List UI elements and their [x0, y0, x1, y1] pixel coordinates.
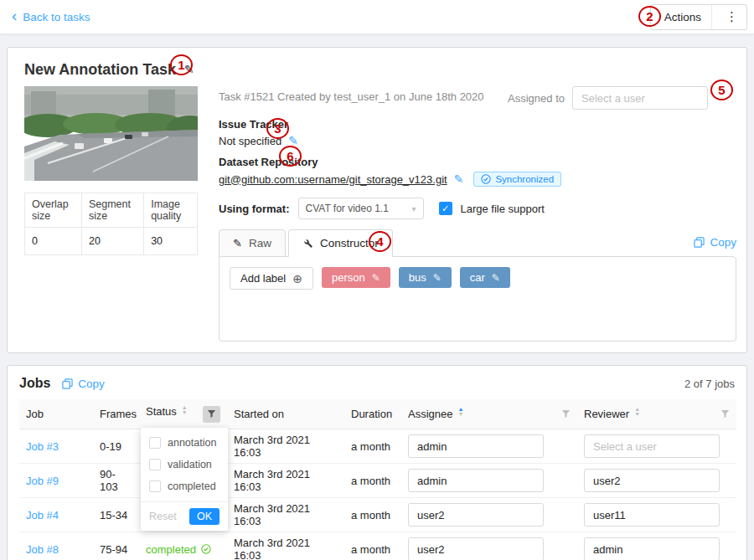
funnel-icon: [207, 409, 216, 419]
label-tag-person[interactable]: person ✎: [322, 267, 390, 288]
back-to-tasks-label: Back to tasks: [23, 11, 90, 23]
task-params-table: Overlap size Segment size Image quality …: [24, 193, 198, 255]
column-assignee[interactable]: Assignee: [408, 408, 452, 420]
reviewer-input[interactable]: [584, 434, 720, 458]
funnel-icon: [720, 409, 730, 419]
label-tag-car-name: car: [470, 271, 485, 284]
edit-label-icon[interactable]: ✎: [492, 272, 500, 284]
actions-button[interactable]: Actions ⋮: [650, 4, 747, 30]
issue-tracker-label: Issue Tracker: [219, 118, 736, 131]
more-vertical-icon[interactable]: ⋮: [722, 9, 741, 24]
checkbox-unchecked[interactable]: [149, 437, 161, 449]
job-link[interactable]: Job #8: [26, 543, 59, 556]
param-value-quality: 30: [144, 228, 198, 255]
started-cell: March 3rd 2021 16:03: [234, 468, 310, 493]
job-link[interactable]: Job #9: [26, 475, 59, 487]
reviewer-filter-icon[interactable]: [720, 408, 730, 421]
filter-option-label: annotation: [168, 437, 216, 449]
duration-cell: a month: [351, 509, 390, 521]
edit-title-icon[interactable]: ✎: [184, 63, 194, 76]
issue-tracker-value: Not specified: [219, 135, 281, 147]
label-tag-bus-name: bus: [409, 271, 426, 284]
column-status[interactable]: Status: [146, 405, 177, 418]
filter-option-label: completed: [168, 480, 216, 492]
jobs-count-label: 2 of 7 jobs: [684, 378, 735, 390]
filter-option-completed[interactable]: completed: [141, 475, 228, 497]
status-filter-icon[interactable]: [203, 406, 220, 423]
wrench-icon: [302, 238, 313, 249]
edit-issue-tracker-icon[interactable]: ✎: [288, 134, 298, 147]
dataset-repository-url: git@github.com:username/git_storage_v123…: [219, 173, 447, 186]
copy-labels-label: Copy: [710, 236, 736, 249]
job-link[interactable]: Job #4: [26, 509, 59, 521]
label-tag-person-name: person: [332, 271, 365, 284]
assignee-filter-icon[interactable]: [561, 408, 571, 421]
edit-label-icon[interactable]: ✎: [433, 272, 442, 284]
tab-constructor[interactable]: Constructor: [288, 229, 393, 257]
chevron-down-icon: ▾: [411, 204, 416, 213]
plus-circle-icon: ⊕: [292, 273, 302, 285]
edit-repository-icon[interactable]: ✎: [454, 172, 464, 186]
table-row: Job #8 75-94 completed March 3rd 2021 16…: [19, 532, 736, 560]
reviewer-input[interactable]: [584, 469, 720, 492]
edit-label-icon[interactable]: ✎: [372, 272, 380, 284]
copy-jobs-link[interactable]: Copy: [62, 378, 105, 390]
filter-ok-button[interactable]: OK: [189, 508, 219, 525]
table-row: Job #4 15-34 March 3rd 2021 16:03 a mont…: [19, 498, 736, 532]
jobs-table-header-row: Job Frames Status▲▼ Started on Duration …: [19, 399, 736, 429]
large-file-support-label: Large file support: [461, 203, 545, 215]
assignee-input[interactable]: [408, 537, 544, 560]
sync-status-label: Synchronized: [495, 174, 554, 184]
copy-icon: [694, 237, 705, 248]
sort-icons[interactable]: ▲▼: [182, 408, 188, 418]
column-started: Started on: [234, 408, 284, 420]
assignee-input[interactable]: [408, 434, 544, 458]
column-frames: Frames: [100, 408, 137, 420]
add-label-button[interactable]: Add label ⊕: [230, 267, 313, 290]
started-cell: March 3rd 2021 16:03: [234, 502, 310, 527]
started-cell: March 3rd 2021 16:03: [234, 537, 310, 560]
column-job: Job: [26, 408, 44, 420]
label-tag-bus[interactable]: bus ✎: [399, 267, 452, 288]
param-value-overlap: 0: [25, 228, 82, 255]
filter-option-annotation[interactable]: annotation: [141, 432, 228, 454]
sync-status-badge: Synchronized: [473, 172, 561, 187]
checkbox-unchecked[interactable]: [149, 480, 161, 492]
tab-raw[interactable]: ✎ Raw: [219, 229, 286, 257]
task-meta-text: Task #1521 Created by test_user_1 on Jun…: [219, 86, 484, 103]
filter-option-label: validation: [168, 459, 212, 470]
checkbox-unchecked[interactable]: [149, 459, 161, 470]
param-header-segment: Segment size: [81, 193, 143, 228]
assignee-select-input[interactable]: [572, 86, 708, 110]
funnel-icon: [561, 409, 571, 419]
table-row: Job #9 90-103 March 3rd 2021 16:03 a mon…: [19, 464, 736, 498]
label-tag-car[interactable]: car ✎: [460, 267, 510, 288]
format-select[interactable]: CVAT for video 1.1 ▾: [298, 198, 424, 219]
task-preview-image: [24, 86, 198, 181]
job-link[interactable]: Job #3: [26, 440, 59, 453]
sort-icons[interactable]: ▲▼: [457, 409, 463, 419]
param-header-quality: Image quality: [144, 193, 198, 228]
assignee-input[interactable]: [408, 503, 544, 527]
reviewer-input[interactable]: [584, 503, 720, 527]
jobs-title: Jobs: [19, 376, 50, 391]
frames-cell: 15-34: [100, 509, 127, 521]
column-reviewer[interactable]: Reviewer: [584, 408, 629, 420]
task-title: New Annotation Task: [24, 61, 176, 79]
status-filter-dropdown: annotation validation completed Reset OK: [141, 428, 228, 531]
back-to-tasks-link[interactable]: ‹ Back to tasks: [12, 10, 90, 23]
format-select-value: CVAT for video 1.1: [306, 203, 389, 214]
filter-option-validation[interactable]: validation: [141, 454, 228, 475]
copy-labels-link[interactable]: Copy: [694, 236, 736, 256]
jobs-card: Jobs Copy 2 of 7 jobs Job Frames Status▲…: [7, 365, 747, 560]
large-file-support-checkbox[interactable]: ✓: [439, 202, 452, 215]
assigned-to-label: Assigned to: [508, 92, 565, 105]
sort-icons[interactable]: ▲▼: [634, 409, 640, 419]
assignee-input[interactable]: [408, 469, 544, 492]
table-row: Job #3 0-19 March 3rd 2021 16:03 a month: [19, 429, 736, 464]
filter-reset-link[interactable]: Reset: [149, 511, 177, 522]
frames-cell: 0-19: [100, 440, 121, 453]
copy-icon: [62, 378, 73, 389]
status-check-circle-icon: [201, 544, 211, 554]
reviewer-input[interactable]: [584, 537, 720, 560]
